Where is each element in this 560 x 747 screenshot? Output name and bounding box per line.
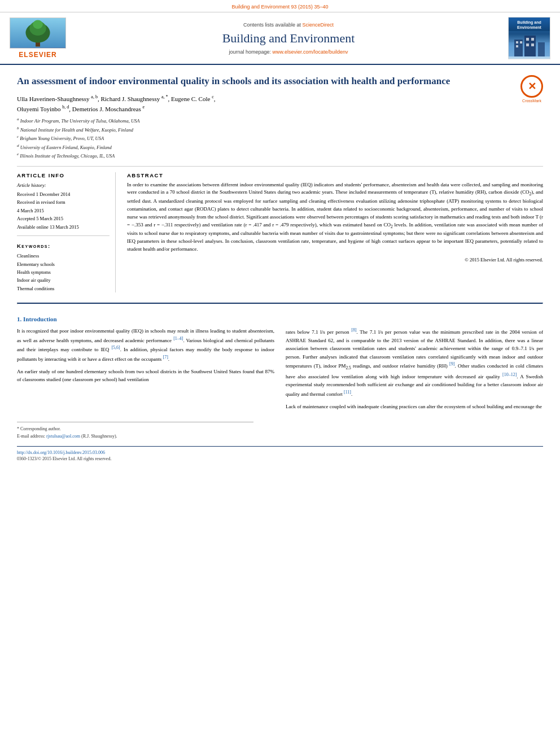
keywords-section: Keywords: Cleanliness Elementary schools… xyxy=(17,243,110,292)
keyword-2: Elementary schools xyxy=(17,260,110,268)
doi-line[interactable]: http://dx.doi.org/10.1016/j.buildenv.201… xyxy=(17,450,543,455)
copyright-line: © 2015 Elsevier Ltd. All rights reserved… xyxy=(127,257,543,263)
email-label: E-mail address: xyxy=(17,434,45,439)
affil-4: d University of Eastern Finland, Kuopio,… xyxy=(17,143,543,151)
revised-label: Received in revised form xyxy=(17,198,110,206)
ref-11b: [11] xyxy=(344,390,351,395)
contents-available-line: Contents lists available at ScienceDirec… xyxy=(69,22,508,28)
intro-para-1: It is recognized that poor indoor enviro… xyxy=(17,327,274,363)
paper-body: ✕ CrossMark An assessment of indoor envi… xyxy=(0,65,560,473)
intro-columns: It is recognized that poor indoor enviro… xyxy=(17,327,543,415)
intro-para-3: rates below 7.1 l/s per person [8]. The … xyxy=(286,327,543,398)
issn-line: 0360-1323/© 2015 Elsevier Ltd. All right… xyxy=(17,456,543,461)
affil-1: a Indoor Air Program, The University of … xyxy=(17,116,543,125)
author-4: Oluyemi Toyinbo b, d xyxy=(17,106,69,112)
journal-cover-image: Building andEnvironment xyxy=(508,17,550,59)
article-info-label: ARTICLE INFO xyxy=(17,172,110,178)
history-label: Article history: xyxy=(17,181,110,189)
ref-8: [8] xyxy=(351,327,356,333)
affil-5: e Illinois Institute of Technology, Chic… xyxy=(17,151,543,160)
svg-rect-12 xyxy=(520,41,522,43)
author-5: Demetrios J. Moschandreas e xyxy=(72,106,145,112)
elsevier-graphic xyxy=(10,18,66,49)
abstract-label: ABSTRACT xyxy=(127,172,543,178)
introduction-section: 1. Introduction It is recognized that po… xyxy=(17,316,543,415)
article-info-panel: ARTICLE INFO Article history: Received 1… xyxy=(17,172,116,293)
svg-rect-13 xyxy=(526,38,529,41)
accepted-date: Accepted 5 March 2015 xyxy=(17,215,110,222)
email-address[interactable]: rjstulsau@aol.com xyxy=(46,434,80,439)
keyword-1: Cleanliness xyxy=(17,252,110,260)
elsevier-logo-area: ELSEVIER xyxy=(7,18,69,59)
svg-point-4 xyxy=(33,20,43,29)
revised-date: 4 March 2015 xyxy=(17,207,110,215)
abstract-text: In order to examine the associations bet… xyxy=(127,181,543,254)
homepage-line: journal homepage: www.elsevier.com/locat… xyxy=(69,49,508,55)
homepage-url[interactable]: www.elsevier.com/locate/buildenv xyxy=(273,49,348,55)
journal-reference-bar: Building and Environment 93 (2015) 35–40 xyxy=(0,0,560,12)
available-date: Available online 13 March 2015 xyxy=(17,223,110,231)
journal-ref-text: Building and Environment 93 (2015) 35–40 xyxy=(231,4,328,10)
journal-title: Building and Environment xyxy=(69,31,508,46)
intro-para-2: An earlier study of one hundred elementa… xyxy=(17,368,274,384)
keyword-3: Health symptoms xyxy=(17,268,110,276)
keywords-label: Keywords: xyxy=(17,243,110,249)
received-date: Received 1 December 2014 xyxy=(17,190,110,198)
crossmark-badge: ✕ CrossMark xyxy=(520,75,543,103)
keyword-4: Indoor air quality xyxy=(17,276,110,284)
svg-rect-11 xyxy=(516,45,518,47)
ref-9: [9] xyxy=(449,361,454,366)
svg-rect-10 xyxy=(516,41,518,43)
journal-logo-right: Building andEnvironment xyxy=(508,17,553,59)
keyword-5: Thermal conditions xyxy=(17,285,110,292)
article-info-abstract: ARTICLE INFO Article history: Received 1… xyxy=(17,172,543,293)
ref-5-6: [5,6] xyxy=(111,345,120,350)
author-3: Eugene C. Cole c xyxy=(171,95,214,102)
footnote-area: * Corresponding author. E-mail address: … xyxy=(17,422,253,440)
intro-left-col: It is recognized that poor indoor enviro… xyxy=(17,327,274,415)
corresponding-note: * Corresponding author. xyxy=(17,426,253,433)
affil-2: b National Institute for Health and Welf… xyxy=(17,125,543,134)
abstract-panel: ABSTRACT In order to examine the associa… xyxy=(127,172,543,293)
email-line: E-mail address: rjstulsau@aol.com (R.J. … xyxy=(17,433,253,440)
ref-7: [7] xyxy=(163,355,168,360)
svg-rect-16 xyxy=(531,43,534,46)
intro-heading: 1. Introduction xyxy=(17,316,543,322)
svg-rect-15 xyxy=(526,43,529,46)
affil-3: c Brigham Young University, Provo, UT, U… xyxy=(17,134,543,142)
elsevier-brand-text: ELSEVIER xyxy=(19,51,56,59)
journal-center-header: Contents lists available at ScienceDirec… xyxy=(69,22,508,55)
journal-header: ELSEVIER Contents lists available at Sci… xyxy=(0,12,560,65)
crossmark-icon: ✕ xyxy=(520,75,543,98)
author-2: Richard J. Shaughnessy a, * xyxy=(100,95,168,102)
intro-right-col: rates below 7.1 l/s per person [8]. The … xyxy=(286,327,543,415)
author-1: Ulla Haverinen-Shaughnessy a, b xyxy=(17,95,98,102)
sciencedirect-link[interactable]: ScienceDirect xyxy=(303,22,334,28)
svg-rect-14 xyxy=(531,38,534,41)
authors-line: Ulla Haverinen-Shaughnessy a, b, Richard… xyxy=(17,94,543,115)
email-suffix: (R.J. Shaughnessy). xyxy=(81,434,117,439)
article-title: An assessment of indoor environmental qu… xyxy=(17,75,457,88)
svg-rect-9 xyxy=(538,42,545,56)
ref-10-12: [10–12] xyxy=(502,372,517,377)
article-history: Article history: Received 1 December 201… xyxy=(17,181,110,231)
affiliations: a Indoor Air Program, The University of … xyxy=(17,116,543,160)
intro-para-4: Lack of maintenance coupled with inadequ… xyxy=(286,403,543,410)
ref-1-4: [1–4] xyxy=(173,336,183,341)
bottom-info: http://dx.doi.org/10.1016/j.buildenv.201… xyxy=(17,446,543,461)
